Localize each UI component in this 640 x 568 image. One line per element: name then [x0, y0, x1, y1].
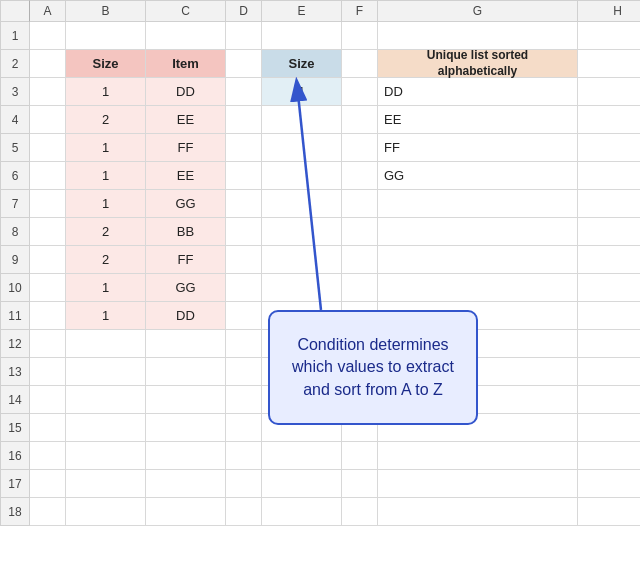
cell-b11[interactable]: 1 [66, 302, 146, 330]
cell-d8[interactable] [226, 218, 262, 246]
row-num-4: 4 [0, 106, 30, 134]
cell-g4[interactable]: EE [378, 106, 578, 134]
cell-a10[interactable] [30, 274, 66, 302]
cell-a7[interactable] [30, 190, 66, 218]
cell-d3[interactable] [226, 78, 262, 106]
cell-h9[interactable] [578, 246, 640, 274]
cell-g5[interactable]: FF [378, 134, 578, 162]
cell-a11[interactable] [30, 302, 66, 330]
cell-g2-header[interactable]: Unique list sortedalphabetically [378, 50, 578, 78]
cell-e5[interactable] [262, 134, 342, 162]
cell-f2[interactable] [342, 50, 378, 78]
cell-e1[interactable] [262, 22, 342, 50]
cell-d6[interactable] [226, 162, 262, 190]
cell-d4[interactable] [226, 106, 262, 134]
cell-g1[interactable] [378, 22, 578, 50]
cell-g6[interactable]: GG [378, 162, 578, 190]
cell-c9[interactable]: FF [146, 246, 226, 274]
cell-a12[interactable] [30, 330, 66, 358]
cell-e7[interactable] [262, 190, 342, 218]
cell-h10[interactable] [578, 274, 640, 302]
cell-f10[interactable] [342, 274, 378, 302]
row-num-9: 9 [0, 246, 30, 274]
cell-h3[interactable] [578, 78, 640, 106]
cell-d12[interactable] [226, 330, 262, 358]
cell-d2[interactable] [226, 50, 262, 78]
cell-h11[interactable] [578, 302, 640, 330]
cell-f7[interactable] [342, 190, 378, 218]
callout-text: Condition determines which values to ext… [284, 334, 462, 401]
cell-a9[interactable] [30, 246, 66, 274]
cell-b9[interactable]: 2 [66, 246, 146, 274]
cell-a8[interactable] [30, 218, 66, 246]
cell-d11[interactable] [226, 302, 262, 330]
cell-c4[interactable]: EE [146, 106, 226, 134]
cell-b1[interactable] [66, 22, 146, 50]
cell-e8[interactable] [262, 218, 342, 246]
cell-g9[interactable] [378, 246, 578, 274]
cell-e6[interactable] [262, 162, 342, 190]
cell-b6[interactable]: 1 [66, 162, 146, 190]
cell-a2[interactable] [30, 50, 66, 78]
cell-f5[interactable] [342, 134, 378, 162]
cell-b7[interactable]: 1 [66, 190, 146, 218]
cell-f3[interactable] [342, 78, 378, 106]
cell-b5[interactable]: 1 [66, 134, 146, 162]
cell-b4[interactable]: 2 [66, 106, 146, 134]
cell-a4[interactable] [30, 106, 66, 134]
cell-f1[interactable] [342, 22, 378, 50]
cell-a3[interactable] [30, 78, 66, 106]
cell-c3[interactable]: DD [146, 78, 226, 106]
cell-c11[interactable]: DD [146, 302, 226, 330]
cell-h8[interactable] [578, 218, 640, 246]
row-num-5: 5 [0, 134, 30, 162]
cell-d5[interactable] [226, 134, 262, 162]
cell-h6[interactable] [578, 162, 640, 190]
cell-a1[interactable] [30, 22, 66, 50]
cell-e10[interactable] [262, 274, 342, 302]
cell-a6[interactable] [30, 162, 66, 190]
cell-d7[interactable] [226, 190, 262, 218]
col-header-h: H [578, 0, 640, 22]
cell-g3[interactable]: DD [378, 78, 578, 106]
cell-d1[interactable] [226, 22, 262, 50]
cell-c1[interactable] [146, 22, 226, 50]
cell-c2-header[interactable]: Item [146, 50, 226, 78]
cell-g10[interactable] [378, 274, 578, 302]
cell-f4[interactable] [342, 106, 378, 134]
cell-b2-header[interactable]: Size [66, 50, 146, 78]
cell-b12[interactable] [66, 330, 146, 358]
cell-h7[interactable] [578, 190, 640, 218]
cell-e4[interactable] [262, 106, 342, 134]
cell-b3[interactable]: 1 [66, 78, 146, 106]
cell-d10[interactable] [226, 274, 262, 302]
cell-h5[interactable] [578, 134, 640, 162]
cell-c10[interactable]: GG [146, 274, 226, 302]
cell-b8[interactable]: 2 [66, 218, 146, 246]
cell-a5[interactable] [30, 134, 66, 162]
cell-c5[interactable]: FF [146, 134, 226, 162]
cell-f8[interactable] [342, 218, 378, 246]
cell-g8[interactable] [378, 218, 578, 246]
row-num-12: 12 [0, 330, 30, 358]
cell-h12[interactable] [578, 330, 640, 358]
cell-e9[interactable] [262, 246, 342, 274]
cell-c8[interactable]: BB [146, 218, 226, 246]
grid-row-2: Size Item Size Unique list sortedalphabe… [30, 50, 640, 78]
grid-row-1 [30, 22, 640, 50]
cell-c6[interactable]: EE [146, 162, 226, 190]
cell-b10[interactable]: 1 [66, 274, 146, 302]
cell-h2[interactable] [578, 50, 640, 78]
col-header-b: B [66, 0, 146, 22]
cell-f9[interactable] [342, 246, 378, 274]
cell-f6[interactable] [342, 162, 378, 190]
cell-c7[interactable]: GG [146, 190, 226, 218]
corner-cell [0, 0, 30, 22]
cell-g7[interactable] [378, 190, 578, 218]
cell-c12[interactable] [146, 330, 226, 358]
cell-h1[interactable] [578, 22, 640, 50]
cell-h4[interactable] [578, 106, 640, 134]
cell-d9[interactable] [226, 246, 262, 274]
cell-e3[interactable]: 1 [262, 78, 342, 106]
cell-e2-header[interactable]: Size [262, 50, 342, 78]
